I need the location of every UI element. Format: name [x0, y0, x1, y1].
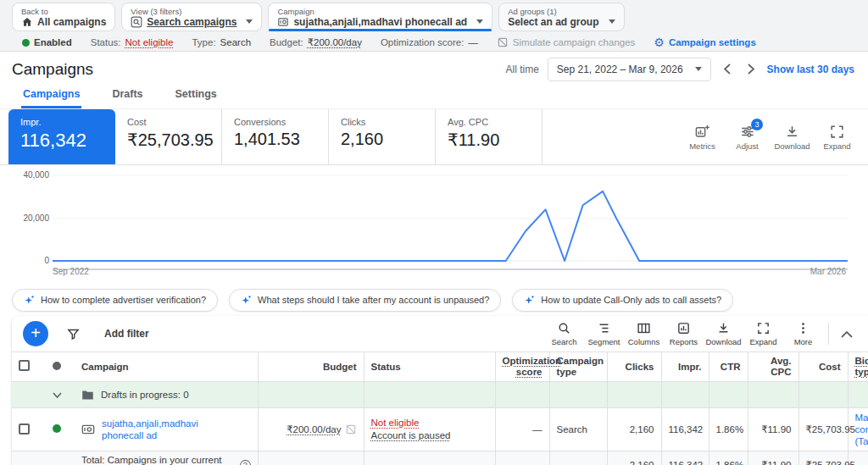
scorecard-avg-cpc[interactable]: Avg. CPC ₹11.90 — [436, 109, 542, 164]
column-header-budget[interactable]: Budget — [258, 352, 364, 382]
scorecard-clicks[interactable]: Clicks 2,160 — [329, 109, 436, 164]
add-filter-button[interactable]: Add filter — [104, 328, 149, 340]
show-last-30-days-link[interactable]: Show last 30 days — [767, 64, 854, 75]
total-avg-cpc: ₹11.90 — [748, 451, 798, 465]
chart-tools: Metrics 3 Adjust Download Expand — [682, 109, 868, 164]
column-header-ctr[interactable]: CTR — [709, 352, 748, 382]
row-avg-cpc: ₹11.90 — [748, 408, 798, 451]
row-budget-value[interactable]: ₹200.00/day — [287, 423, 341, 435]
chart-download-button[interactable]: Download — [771, 124, 813, 151]
table-search-button[interactable]: Search — [544, 321, 584, 346]
adjust-button[interactable]: 3 Adjust — [726, 124, 768, 151]
next-period-button[interactable] — [743, 62, 759, 77]
impressions-time-series-chart[interactable]: 40,000 20,000 0 Sep 2022 Mar 2026 — [0, 165, 868, 284]
ad-group-selector[interactable]: Ad groups (1) Select an ad group — [498, 3, 624, 31]
view-value: Search campaigns — [147, 16, 236, 28]
suggestion-chip-advertiser-verification[interactable]: How to complete advertiser verification? — [12, 289, 218, 312]
row-bid-strategy-link[interactable]: Maximize conversions (Target CPA) — [855, 412, 868, 446]
filter-button[interactable] — [66, 327, 81, 341]
chevron-right-icon — [748, 64, 754, 75]
campaign-name-link[interactable]: sujatha,anjali,madhavi phonecall ad — [102, 418, 198, 441]
select-all-checkbox[interactable] — [19, 360, 30, 371]
campaign-label: Campaign — [277, 7, 483, 16]
campaigns-table: Campaign Budget Status Optimization scor… — [12, 352, 868, 465]
metric-scorecards: Impr. 116,342 Cost ₹25,703.95 Conversion… — [0, 109, 868, 165]
more-button[interactable]: More — [783, 321, 823, 346]
optimization-score-label: Optimization score: — [381, 37, 464, 47]
adjust-badge: 3 — [751, 119, 763, 130]
ad-groups-label: Ad groups (1) — [508, 7, 615, 16]
enabled-label[interactable]: Enabled — [34, 37, 72, 47]
row-checkbox[interactable] — [19, 423, 30, 435]
column-header-impr[interactable]: Impr. — [661, 352, 709, 382]
campaign-value: sujatha,anjali,madhavi phonecall ad — [293, 16, 467, 28]
scorecard-conversions[interactable]: Conversions 1,401.53 — [222, 109, 329, 164]
columns-button[interactable]: Columns — [624, 321, 664, 346]
row-clicks: 2,160 — [607, 408, 661, 451]
budget-label: Budget: — [270, 37, 303, 47]
scorecard-cost[interactable]: Cost ₹25,703.95 — [115, 109, 222, 164]
row-impressions: 116,342 — [661, 408, 709, 451]
table-total-row: Total: Campaigns in your current view ? … — [12, 451, 868, 465]
ad-group-value: Select an ad group — [508, 16, 598, 28]
top-navigation: Back to All campaigns View (3 filters) S… — [0, 0, 868, 34]
table-expand-button[interactable]: Expand — [743, 321, 783, 346]
crossed-image-icon — [497, 36, 509, 48]
column-header-clicks[interactable]: Clicks — [607, 352, 661, 382]
more-vertical-icon — [796, 321, 810, 335]
type-label: Type: — [192, 37, 215, 47]
tab-settings[interactable]: Settings — [174, 86, 219, 108]
simulate-campaign-changes-button[interactable]: Simulate campaign changes — [497, 36, 635, 48]
column-header-bid-strategy-type[interactable]: Bid strategy type — [855, 356, 868, 377]
total-ctr: 1.86% — [709, 451, 748, 465]
tab-campaigns[interactable]: Campaigns — [21, 86, 81, 108]
campaign-settings-button[interactable]: ⚙ Campaign settings — [654, 36, 755, 48]
collapse-table-button[interactable] — [834, 330, 860, 338]
budget-value[interactable]: ₹200.00/day — [308, 36, 362, 48]
scorecard-impressions[interactable]: Impr. 116,342 — [8, 109, 115, 164]
filter-funnel-icon — [66, 327, 81, 341]
campaign-row[interactable]: sujatha,anjali,madhavi phonecall ad ₹200… — [12, 408, 868, 451]
previous-period-button[interactable] — [720, 62, 735, 77]
segment-button[interactable]: Segment — [584, 321, 624, 346]
metrics-chart-icon — [694, 124, 710, 140]
column-header-cost[interactable]: Cost — [798, 352, 848, 382]
view-filter-selector[interactable]: View (3 filters) Search campaigns — [121, 3, 262, 31]
status-dot-filter[interactable] — [53, 362, 61, 370]
suggestion-chip-account-unpaused[interactable]: What steps should I take after my accoun… — [229, 289, 501, 312]
metrics-button[interactable]: Metrics — [682, 124, 723, 151]
chart-expand-button[interactable]: Expand — [816, 124, 858, 151]
date-range-selector[interactable]: Sep 21, 2022 – Mar 9, 2026 — [548, 58, 711, 81]
back-to-all-campaigns-button[interactable]: Back to All campaigns — [12, 3, 115, 31]
row-ctr: 1.86% — [709, 408, 748, 451]
date-context-label: All time — [505, 64, 538, 75]
table-download-button[interactable]: Download — [704, 321, 743, 346]
page-header: Campaigns All time Sep 21, 2022 – Mar 9,… — [0, 52, 868, 86]
toolbar-divider — [828, 323, 829, 345]
new-campaign-button[interactable]: + — [23, 321, 48, 346]
reports-button[interactable]: Reports — [664, 321, 704, 346]
column-header-status[interactable]: Status — [364, 352, 495, 382]
chevron-down-icon[interactable] — [53, 392, 62, 398]
column-header-campaign[interactable]: Campaign — [75, 352, 258, 382]
drafts-in-progress-row[interactable]: Drafts in progress: 0 — [12, 382, 868, 408]
ytick-0: 0 — [5, 256, 49, 265]
search-icon — [557, 321, 571, 335]
campaign-selector[interactable]: Campaign sujatha,anjali,madhavi phonecal… — [268, 3, 492, 31]
row-status-value[interactable]: Not eligible — [371, 417, 488, 429]
column-header-campaign-type[interactable]: Campaign type — [549, 352, 607, 382]
crossed-image-icon — [345, 423, 357, 435]
total-row-label: Total: Campaigns in your current view — [81, 455, 236, 465]
chevron-down-icon — [246, 19, 253, 24]
tab-drafts[interactable]: Drafts — [110, 86, 144, 108]
chevron-down-icon — [609, 19, 615, 24]
help-icon[interactable]: ? — [240, 460, 250, 465]
xlabel-start: Sep 2022 — [53, 267, 89, 276]
column-header-avg-cpc[interactable]: Avg. CPC — [748, 352, 798, 382]
row-status-reason[interactable]: Account is paused — [371, 429, 488, 442]
suggestion-chip-call-assets[interactable]: How to update Call-Only ads to call asse… — [512, 289, 733, 312]
status-value[interactable]: Not eligible — [125, 37, 174, 47]
campaign-enabled-dot[interactable] — [53, 424, 61, 433]
sparkle-icon — [524, 295, 535, 306]
optimization-score-value: — — [468, 37, 478, 47]
